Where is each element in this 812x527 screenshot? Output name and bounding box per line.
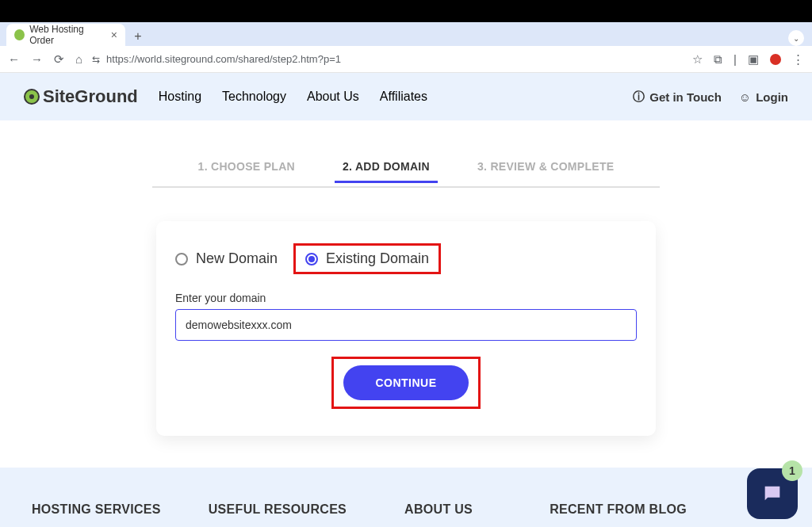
step-choose-plan[interactable]: 1. CHOOSE PLAN — [190, 160, 303, 181]
continue-button[interactable]: CONTINUE — [343, 365, 468, 400]
footer-heading: RECENT FROM BLOG — [550, 502, 716, 517]
browser-tab[interactable]: Web Hosting Order × — [6, 24, 125, 46]
site-header: SiteGround Hosting Technology About Us A… — [0, 73, 812, 120]
user-icon: ☺ — [739, 90, 751, 104]
domain-card: New Domain Existing Domain Enter your do… — [156, 221, 656, 436]
footer-col-about: ABOUT US Company Affiliate Program SiteG… — [404, 502, 502, 527]
checkout-steps: 1. CHOOSE PLAN 2. ADD DOMAIN 3. REVIEW &… — [152, 160, 660, 188]
nav-hosting[interactable]: Hosting — [159, 90, 201, 104]
url-box[interactable]: ⇆ https://world.siteground.com/shared/st… — [92, 53, 683, 65]
chat-widget[interactable]: 1 — [747, 468, 798, 519]
nav-affiliates[interactable]: Affiliates — [380, 90, 427, 104]
radio-icon — [175, 253, 188, 265]
tab-overflow-icon[interactable]: ⌄ — [788, 30, 804, 46]
divider: | — [733, 52, 737, 66]
tab-title: Web Hosting Order — [29, 24, 106, 46]
chat-badge: 1 — [782, 460, 802, 481]
home-icon[interactable]: ⌂ — [75, 52, 82, 67]
domain-input[interactable] — [175, 309, 637, 341]
url-text: https://world.siteground.com/shared/step… — [106, 53, 341, 65]
footer-col-hosting: HOSTING SERVICES Web Hosting WordPress H… — [32, 502, 161, 527]
logo[interactable]: SiteGround — [24, 86, 138, 107]
menu-icon[interactable]: ⋮ — [792, 52, 804, 67]
step-add-domain[interactable]: 2. ADD DOMAIN — [335, 160, 438, 183]
site-footer: HOSTING SERVICES Web Hosting WordPress H… — [0, 468, 812, 527]
svg-rect-1 — [768, 493, 774, 495]
domain-input-label: Enter your domain — [175, 292, 637, 304]
panel-icon[interactable]: ▣ — [748, 52, 759, 67]
address-bar: ← → ⟳ ⌂ ⇆ https://world.siteground.com/s… — [0, 46, 812, 73]
radio-existing-domain[interactable]: Existing Domain — [305, 250, 429, 267]
annotation-highlight: CONTINUE — [331, 357, 480, 409]
logo-text: SiteGround — [43, 86, 138, 107]
nav-technology[interactable]: Technology — [222, 90, 286, 104]
step-review-complete[interactable]: 3. REVIEW & COMPLETE — [469, 160, 622, 181]
window-letterbox — [0, 0, 812, 22]
site-info-icon[interactable]: ⇆ — [92, 54, 100, 65]
footer-heading: HOSTING SERVICES — [32, 502, 161, 517]
login-link[interactable]: ☺ Login — [739, 90, 788, 104]
radio-label: Existing Domain — [326, 250, 429, 267]
footer-heading: USEFUL RESOURCES — [209, 502, 357, 517]
reload-icon[interactable]: ⟳ — [54, 52, 64, 67]
close-icon[interactable]: × — [111, 29, 117, 41]
headset-icon: ⓘ — [633, 90, 645, 105]
forward-icon[interactable]: → — [31, 52, 43, 67]
profile-icon[interactable] — [770, 54, 781, 65]
extensions-icon[interactable]: ⧉ — [714, 52, 722, 67]
nav-about-us[interactable]: About Us — [307, 90, 359, 104]
svg-rect-0 — [768, 490, 777, 491]
new-tab-button[interactable]: + — [128, 27, 147, 46]
radio-new-domain[interactable]: New Domain — [175, 250, 278, 267]
annotation-highlight: Existing Domain — [293, 243, 441, 274]
tab-strip: Web Hosting Order × + ⌄ — [0, 22, 812, 46]
chat-icon — [760, 483, 785, 505]
logo-icon — [24, 89, 40, 105]
footer-heading: ABOUT US — [404, 502, 502, 517]
footer-col-blog: RECENT FROM BLOG Celebrating a Year of W… — [550, 502, 716, 527]
back-icon[interactable]: ← — [8, 52, 20, 67]
radio-icon — [305, 253, 318, 265]
footer-col-resources: USEFUL RESOURCES WordPress Tutorial Word… — [209, 502, 357, 527]
get-in-touch-link[interactable]: ⓘ Get in Touch — [633, 90, 722, 105]
bookmark-icon[interactable]: ☆ — [692, 52, 703, 67]
radio-label: New Domain — [196, 250, 278, 267]
tab-favicon — [14, 29, 25, 40]
